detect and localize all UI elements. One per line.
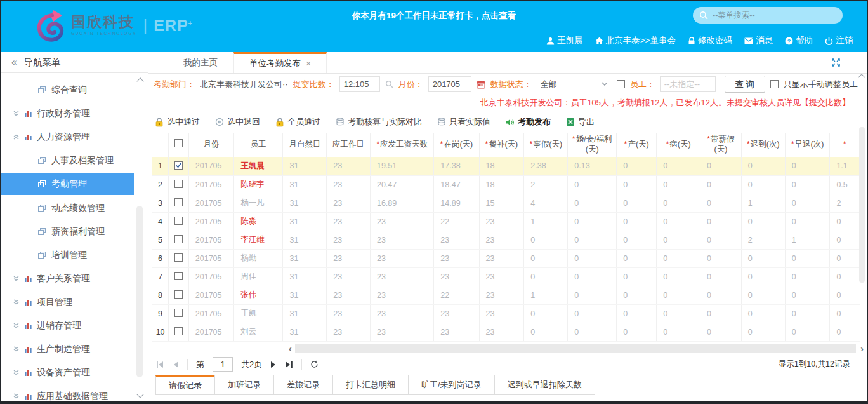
row-checkbox[interactable] xyxy=(174,235,183,243)
cell-value: 31 xyxy=(283,157,327,175)
row-checkbox[interactable] xyxy=(174,217,183,225)
sidebar-collapse-icon[interactable]: « xyxy=(11,56,17,69)
hscroll-thumb[interactable] xyxy=(295,344,856,353)
page-number-input[interactable]: 1 xyxy=(213,357,233,372)
table-row[interactable]: 4201705陈淼312323222310000000 xyxy=(152,212,860,231)
toolbar-只看实际值[interactable]: 只看实际值 xyxy=(437,116,490,128)
last-page-icon[interactable] xyxy=(285,361,293,368)
detail-tab-打卡汇总明细[interactable]: 打卡汇总明细 xyxy=(332,375,409,395)
prev-page-icon[interactable] xyxy=(173,361,179,368)
row-checkbox[interactable] xyxy=(174,309,183,317)
user-menu-消息[interactable]: 消息 xyxy=(744,35,773,46)
sidebar-scrollbar[interactable] xyxy=(136,79,145,398)
refresh-icon[interactable] xyxy=(310,360,319,368)
cell-month: 201705 xyxy=(188,304,233,323)
toolbar-选中通过[interactable]: 选中通过 xyxy=(155,116,200,128)
toolbar-选中退回[interactable]: 选中退回 xyxy=(215,116,260,128)
user-menu-北京丰泰>>董事会[interactable]: 北京丰泰>>董事会 xyxy=(595,35,676,46)
sidebar-item-应用基础数据管理[interactable]: 应用基础数据管理 xyxy=(1,384,148,404)
cell-value: 0 xyxy=(785,212,830,231)
sidebar-item-生产制造管理[interactable]: 生产制造管理 xyxy=(1,337,148,361)
ratio-input[interactable]: 12:105 xyxy=(339,76,380,92)
row-checkbox[interactable] xyxy=(174,139,183,147)
user-menu-王凯晨[interactable]: 王凯晨 xyxy=(546,35,583,46)
sidebar-item-综合查询[interactable]: 综合查询 xyxy=(1,78,148,102)
main-scrollbar[interactable] xyxy=(858,75,866,348)
detail-tab-请假记录[interactable]: 请假记录 xyxy=(155,375,215,395)
table-row[interactable]: 1201705王凯晨312319.5117.38182.380.13000001… xyxy=(152,157,860,175)
sidebar-item-行政财务管理[interactable]: 行政财务管理 xyxy=(1,102,148,125)
first-page-icon[interactable] xyxy=(156,361,164,368)
table-row[interactable]: 9201705王凯312323232300000000 xyxy=(152,304,860,323)
sidebar-item-项目管理[interactable]: 项目管理 xyxy=(1,290,148,314)
dept-value[interactable]: 北京丰泰科技开发公司·· xyxy=(200,79,288,90)
detail-tab-旷工/未到岗记录[interactable]: 旷工/未到岗记录 xyxy=(408,375,495,395)
cell-value: 0 xyxy=(785,286,830,304)
compare-icon xyxy=(336,118,345,126)
employee-input[interactable] xyxy=(660,76,716,92)
sidebar-item-人力资源管理[interactable]: 人力资源管理 xyxy=(1,125,148,149)
toolbar-导出[interactable]: 导出 xyxy=(566,116,595,128)
cell-value: 23 xyxy=(327,157,371,175)
sidebar-item-进销存管理[interactable]: 进销存管理 xyxy=(1,314,148,337)
table-row[interactable]: 8201705张伟312323222310000000 xyxy=(152,286,860,304)
row-checkbox[interactable] xyxy=(174,161,183,170)
detail-tab-迟到或早退扣除天数[interactable]: 迟到或早退扣除天数 xyxy=(494,375,595,395)
user-icon xyxy=(546,37,555,45)
sidebar-scroll-down-icon[interactable] xyxy=(136,391,143,398)
sidebar-item-薪资福利管理[interactable]: 薪资福利管理 xyxy=(1,220,148,243)
table-row[interactable]: 10201705刘云312323232300000000 xyxy=(152,323,860,341)
user-menu-帮助[interactable]: ?帮助 xyxy=(785,35,813,46)
table-row[interactable]: 2201705陈晓宇312320.4718.471820000000.5 xyxy=(152,175,860,194)
cell-value: 0 xyxy=(785,249,830,267)
scroll-left-icon[interactable]: ‹ xyxy=(286,344,295,353)
horizontal-scrollbar[interactable]: ‹ › xyxy=(148,343,867,354)
detail-tab-加班记录[interactable]: 加班记录 xyxy=(214,375,274,395)
detail-tab-差旅记录[interactable]: 差旅记录 xyxy=(273,375,333,395)
table-row[interactable]: 7201705周佳312323232300000000 xyxy=(152,267,860,286)
toolbar-考勤发布[interactable]: 考勤发布 xyxy=(506,116,551,128)
main-scroll-up-icon[interactable] xyxy=(858,74,865,81)
calendar-icon[interactable] xyxy=(477,80,485,89)
status-select[interactable]: 全部 xyxy=(537,76,612,92)
sidebar-item-人事及档案管理[interactable]: 人事及档案管理 xyxy=(1,149,148,172)
tab-单位考勤发布[interactable]: 单位考勤发布× xyxy=(233,52,327,73)
cell-employee: 王凯 xyxy=(234,304,283,323)
toolbar-全员通过[interactable]: 全员通过 xyxy=(275,116,320,128)
sidebar-item-培训管理[interactable]: 培训管理 xyxy=(1,243,148,267)
sidebar-scroll-thumb[interactable] xyxy=(136,206,143,377)
user-menu-注销[interactable]: 注销 xyxy=(825,35,853,46)
tab-我的主页[interactable]: 我的主页 xyxy=(168,52,233,73)
sidebar-item-客户关系管理[interactable]: 客户关系管理 xyxy=(1,267,148,290)
table-row[interactable]: 6201705杨勤312323232300000000 xyxy=(152,249,860,267)
row-checkbox[interactable] xyxy=(174,272,183,280)
main-scroll-thumb[interactable] xyxy=(859,127,865,283)
manual-only-checkbox[interactable] xyxy=(770,80,779,88)
row-checkbox[interactable] xyxy=(174,253,183,262)
table-row[interactable]: 3201705杨一凡312316.8914.891540000102 xyxy=(152,194,860,212)
cell-value: 0 xyxy=(785,157,830,175)
sidebar-item-考勤管理[interactable]: 考勤管理 xyxy=(1,173,134,195)
menu-search-box[interactable] xyxy=(693,7,843,24)
cell-month: 201705 xyxy=(188,175,233,194)
table-row[interactable]: 5201705李江维312323232300000210 xyxy=(152,231,860,249)
user-menu-修改密码[interactable]: 修改密码 xyxy=(688,35,732,46)
folder-icon xyxy=(38,252,46,259)
sidebar-item-动态绩效管理[interactable]: 动态绩效管理 xyxy=(1,196,148,220)
sidebar-scroll-up-icon[interactable] xyxy=(136,77,143,84)
next-page-icon[interactable] xyxy=(270,361,277,368)
toolbar-考勤核算与实际对比[interactable]: 考勤核算与实际对比 xyxy=(336,116,422,128)
menu-search-input[interactable] xyxy=(713,11,820,20)
row-checkbox[interactable] xyxy=(174,198,183,206)
sidebar-item-设备资产管理[interactable]: 设备资产管理 xyxy=(1,361,148,384)
row-checkbox[interactable] xyxy=(174,290,183,299)
cell-month: 201705 xyxy=(188,194,233,212)
employee-filter-checkbox[interactable] xyxy=(617,80,625,88)
month-input[interactable]: 201705 xyxy=(428,76,471,92)
row-checkbox[interactable] xyxy=(174,327,183,335)
close-icon[interactable]: × xyxy=(306,58,311,69)
magnifier-icon[interactable] xyxy=(385,80,393,88)
search-button[interactable]: 查 询 xyxy=(725,76,765,93)
row-checkbox[interactable] xyxy=(174,180,183,188)
fullscreen-expand-icon[interactable] xyxy=(831,57,841,68)
